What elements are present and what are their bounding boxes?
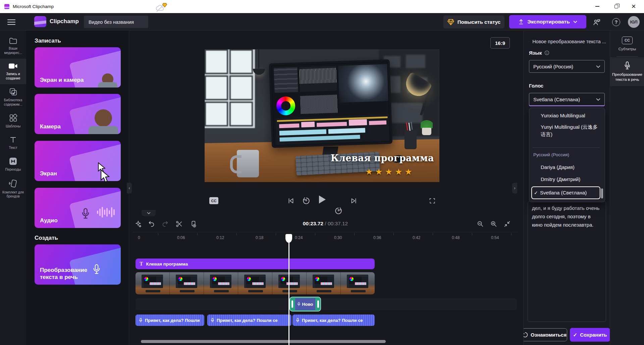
audio-clip-3[interactable]: Привет, как дела? Пошли се xyxy=(292,314,375,326)
microphone-icon xyxy=(296,318,300,323)
clipchamp-logo[interactable] xyxy=(34,16,46,27)
fit-timeline-button[interactable] xyxy=(502,219,513,229)
trim-handle-left[interactable] xyxy=(291,300,293,308)
preview-overlay-title: Клевая программа xyxy=(331,153,434,163)
microphone-icon xyxy=(139,318,143,323)
upgrade-button[interactable]: Повысить статус xyxy=(443,15,504,28)
audio-clip-2[interactable]: Привет, как дела? Пошли се xyxy=(207,314,291,326)
sidebar-item-transitions[interactable]: Переходы xyxy=(0,154,26,176)
sidebar-item-brand-kit[interactable]: Комплект для брендов xyxy=(0,176,26,203)
card-screen[interactable]: Экран xyxy=(35,141,121,181)
voice-option[interactable]: Dariya (Дария) xyxy=(533,164,600,171)
card-screen-and-camera[interactable]: Экран и камера xyxy=(35,47,121,88)
language-label: Язык xyxy=(529,50,549,56)
voice-option[interactable]: Yunxiao Multilingual xyxy=(533,112,600,119)
record-create-panel: Записать Экран и камера Камера Экран Ауд… xyxy=(26,31,129,345)
card-audio[interactable]: Аудио xyxy=(35,188,121,228)
feedback-icon[interactable] xyxy=(591,17,602,27)
cursor-icon xyxy=(97,162,107,174)
tts-text-input[interactable]: дел, и я буду работать очень долго сегод… xyxy=(528,201,606,322)
captions-icon: CC xyxy=(622,37,633,44)
brand-name: Clipchamp xyxy=(50,18,79,25)
duplicate-button[interactable] xyxy=(188,219,199,229)
skip-to-start-button[interactable] xyxy=(286,196,296,206)
video-clip[interactable] xyxy=(136,272,375,294)
sidebar-item-templates[interactable]: Шаблоны xyxy=(0,110,26,132)
text-clip-icon: T xyxy=(140,261,143,267)
magic-edit-icon[interactable] xyxy=(133,219,144,229)
preview-overlay-stars: ★★★★★ xyxy=(365,167,415,177)
maximize-button[interactable] xyxy=(608,0,624,13)
card-text-to-speech[interactable]: Преобразование текста в речь xyxy=(35,244,121,285)
content-library-icon xyxy=(9,88,18,96)
voice-option-selected[interactable]: ✓ Svetlana (Светлана) xyxy=(531,186,600,199)
video-preview[interactable]: Клевая программа ★★★★★ xyxy=(205,49,439,182)
preview-monitor-graphic xyxy=(269,59,393,148)
zoom-in-button[interactable] xyxy=(488,219,499,229)
preview-voice-icon xyxy=(523,332,528,338)
trim-handle-right[interactable] xyxy=(317,300,319,308)
captions-toggle-button[interactable]: CC xyxy=(209,197,218,204)
export-button[interactable]: Экспортировать xyxy=(509,15,586,28)
dropdown-scrollbar[interactable] xyxy=(601,188,603,198)
help-icon[interactable]: ? xyxy=(610,17,622,27)
collapse-panel-left-chevron[interactable]: ‹ xyxy=(127,183,132,193)
rewind-5s-button[interactable]: 5 xyxy=(301,196,311,206)
playhead-line xyxy=(288,235,289,345)
sidebar-item-record-create[interactable]: Запись и создание xyxy=(0,59,26,84)
chevron-down-icon xyxy=(596,98,600,101)
language-select[interactable]: Русский (Россия) xyxy=(529,60,605,73)
undo-button[interactable] xyxy=(146,219,157,229)
sidebar-item-text[interactable]: Текст xyxy=(0,132,26,154)
close-button[interactable]: ✕ xyxy=(626,0,641,13)
project-title-input[interactable]: Видео без названия xyxy=(84,16,148,28)
sidebar-item-content-library[interactable]: Библиотека содержим... xyxy=(0,84,26,110)
check-icon: ✓ xyxy=(573,332,578,338)
time-display: 00:23.72 / 00:37.12 xyxy=(288,221,362,227)
left-nav-rail: Ваши медиарес... Запись и создание Библи… xyxy=(0,31,26,345)
right-tool-rail: CC Субтитры Преобразование текста в речь xyxy=(610,31,644,345)
voice-select[interactable]: Svetlana (Светлана) xyxy=(529,93,605,106)
app-logo-small xyxy=(4,4,9,9)
text-icon xyxy=(9,136,17,144)
skip-to-end-button[interactable] xyxy=(349,196,359,206)
text-to-speech-panel: Новое преобразование текста ... Язык Рус… xyxy=(523,31,610,345)
play-button[interactable] xyxy=(317,194,327,205)
chevron-down-icon xyxy=(147,212,151,214)
premium-gem-badge-icon xyxy=(162,3,167,7)
aspect-ratio-badge[interactable]: 16:9 xyxy=(490,37,510,49)
sidebar-item-your-media[interactable]: Ваши медиарес... xyxy=(0,33,26,59)
split-scissors-button[interactable] xyxy=(174,219,184,229)
fullscreen-button[interactable] xyxy=(427,196,437,206)
timeline-ruler[interactable]: 0 0:06 0:12 0:18 0:24 0:30 0:36 0:42 0:4… xyxy=(132,232,518,243)
save-button[interactable]: ✓ Сохранить xyxy=(570,328,610,342)
card-camera[interactable]: Камера xyxy=(35,94,121,134)
cloud-sync-off-icon[interactable] xyxy=(155,4,166,14)
redo-button[interactable] xyxy=(160,219,170,229)
zoom-out-button[interactable] xyxy=(475,219,486,229)
voice-option[interactable]: Dmitry (Дмитрий) xyxy=(533,176,600,183)
audio-clip-1[interactable]: Привет, как дела? Пошли xyxy=(136,314,204,326)
os-titlebar: Microsoft Clipchamp ✕ xyxy=(0,0,644,13)
panel-header: Новое преобразование текста ... xyxy=(529,38,606,45)
review-button[interactable]: Ознакомиться xyxy=(523,328,567,341)
voice-option[interactable]: Yunyi Multilingual (云逸多语言) xyxy=(533,123,600,138)
tts-track-strip xyxy=(136,298,517,310)
rail-item-text-to-speech[interactable]: Преобразование текста в речь xyxy=(610,57,644,86)
gem-icon xyxy=(447,19,454,25)
minimize-button[interactable] xyxy=(590,0,605,13)
record-heading: Записать xyxy=(35,38,61,44)
clipchamp-app: Microsoft Clipchamp ✕ Clipchamp Видео бе… xyxy=(0,0,644,345)
text-clip[interactable]: T Клевая программа xyxy=(136,258,375,269)
video-camera-icon xyxy=(8,62,18,70)
avatar[interactable]: ЮЛ xyxy=(628,16,640,28)
rail-item-captions[interactable]: CC Субтитры xyxy=(610,33,644,56)
timeline-collapse-tab[interactable] xyxy=(142,210,156,216)
forward-5s-button[interactable]: 5 xyxy=(333,206,343,216)
upload-icon xyxy=(518,19,524,25)
tts-clip-selected[interactable]: Ново xyxy=(289,297,321,311)
voice-group-label: Русский (Россия) xyxy=(533,152,569,157)
timeline-horizontal-scrollbar[interactable] xyxy=(141,340,386,343)
menu-icon[interactable] xyxy=(7,18,16,26)
collapse-panel-right-chevron[interactable]: › xyxy=(512,183,517,193)
